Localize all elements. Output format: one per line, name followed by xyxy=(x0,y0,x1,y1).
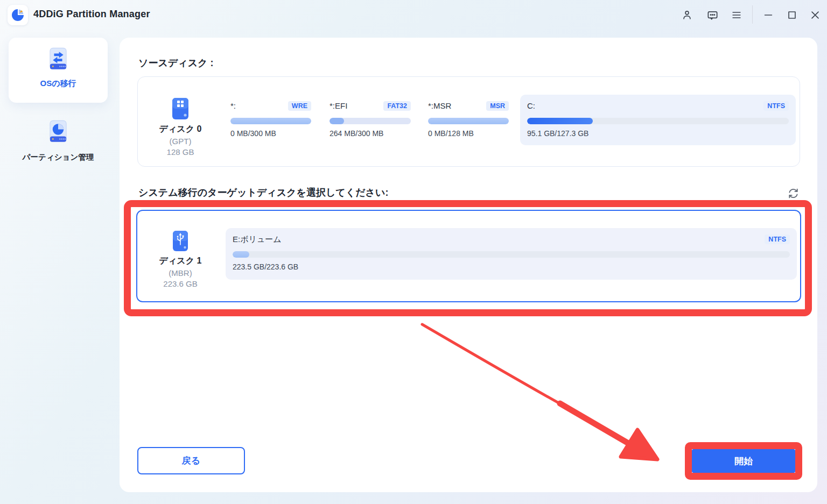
usage-bar-fill xyxy=(527,118,593,124)
usage-bar-fill xyxy=(330,118,344,124)
partition-e-volume[interactable]: E:ボリューム NTFS 223.5 GB/223.6 GB xyxy=(226,228,797,280)
menu-icon[interactable] xyxy=(728,7,745,23)
source-disk-title: ソースディスク : xyxy=(138,56,214,69)
back-button[interactable]: 戻る xyxy=(137,447,245,474)
partition-c-drive: C: NTFS 95.1 GB/127.3 GB xyxy=(520,95,796,145)
usage-bar-fill xyxy=(428,118,509,124)
usage-bar xyxy=(233,251,790,258)
partition-management-icon xyxy=(43,118,73,147)
os-migration-icon xyxy=(43,46,73,75)
app-title: 4DDiG Partition Manager xyxy=(33,9,150,20)
disk-size: 128 GB xyxy=(167,147,194,157)
app-logo-icon xyxy=(11,8,25,22)
disk-name: ディスク 0 xyxy=(159,124,202,135)
usage-text: 264 MB/300 MB xyxy=(330,129,411,138)
usage-text: 0 MB/300 MB xyxy=(230,129,311,138)
usage-text: 95.1 GB/127.3 GB xyxy=(527,129,789,138)
source-disk-info: ディスク 0 (GPT) 128 GB xyxy=(145,97,215,157)
sidebar-item-partition-management[interactable]: パーティション管理 xyxy=(9,118,108,162)
partition-wre: *: WRE 0 MB/300 MB xyxy=(230,101,311,138)
filesystem-badge: NTFS xyxy=(765,235,790,244)
usage-bar xyxy=(330,118,411,124)
usage-bar xyxy=(527,118,789,124)
title-bar: 4DDiG Partition Manager xyxy=(0,0,827,30)
maximize-button[interactable] xyxy=(784,7,800,23)
disk-size: 223.6 GB xyxy=(163,279,197,288)
filesystem-badge: WRE xyxy=(288,101,311,111)
partition-label: *:MSR xyxy=(428,101,451,110)
disk-name: ディスク 1 xyxy=(159,255,202,267)
app-window: 4DDiG Partition Manager xyxy=(0,0,827,504)
partition-label: *: xyxy=(230,101,236,110)
minimize-button[interactable] xyxy=(760,7,776,23)
usage-bar-fill xyxy=(230,118,311,124)
sidebar-item-os-migration[interactable]: OSの移行 xyxy=(9,38,108,103)
usage-bar xyxy=(230,118,311,124)
partition-msr: *:MSR MSR 0 MB/128 MB xyxy=(428,101,509,138)
disk-1-usb-icon xyxy=(172,230,189,252)
partition-efi: *:EFI FAT32 264 MB/300 MB xyxy=(330,101,411,138)
disk-0-icon xyxy=(171,97,190,120)
feedback-icon[interactable] xyxy=(704,7,720,23)
target-disk-info: ディスク 1 (MBR) 223.6 GB xyxy=(145,230,215,288)
usage-bar-fill xyxy=(233,251,249,258)
usage-text: 223.5 GB/223.6 GB xyxy=(233,262,790,271)
filesystem-badge: NTFS xyxy=(763,101,789,111)
account-icon[interactable] xyxy=(679,7,695,23)
close-button[interactable] xyxy=(807,7,823,23)
titlebar-divider xyxy=(752,5,753,24)
app-logo xyxy=(8,5,28,25)
filesystem-badge: FAT32 xyxy=(383,101,411,111)
sidebar-item-label: OSの移行 xyxy=(40,79,76,89)
partition-label: C: xyxy=(527,101,535,110)
disk-table: (GPT) xyxy=(170,137,192,146)
usage-text: 0 MB/128 MB xyxy=(428,129,509,138)
target-disk-title: システム移行のターゲットディスクを選択してください: xyxy=(138,186,388,199)
filesystem-badge: MSR xyxy=(486,101,509,111)
disk-table: (MBR) xyxy=(169,268,192,278)
partition-label: E:ボリューム xyxy=(233,235,282,245)
partition-label: *:EFI xyxy=(330,101,347,110)
sidebar-item-label: パーティション管理 xyxy=(23,152,94,162)
usage-bar xyxy=(428,118,509,124)
refresh-icon[interactable] xyxy=(785,185,801,201)
start-button[interactable]: 開始 xyxy=(692,449,795,473)
